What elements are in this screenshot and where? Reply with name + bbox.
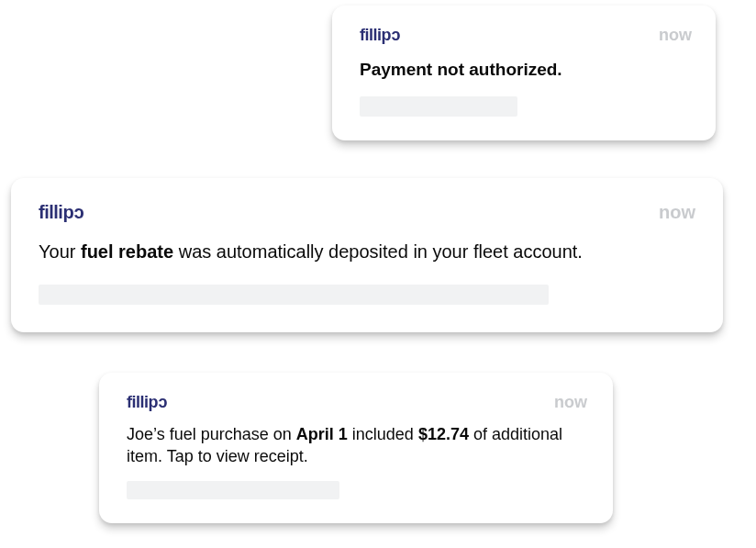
notification-card[interactable]: fillipc now Joe’s fuel purchase on April… (99, 373, 613, 523)
notification-header: fillipc now (360, 26, 692, 45)
notification-card[interactable]: fillipc now Your fuel rebate was automat… (11, 178, 723, 332)
notification-header: fillipc now (127, 393, 587, 412)
notification-timestamp: now (554, 393, 587, 412)
notification-message: Your fuel rebate was automatically depos… (39, 240, 695, 264)
brand-text: fillip (127, 393, 158, 412)
notification-message: Joe’s fuel purchase on April 1 included … (127, 423, 587, 468)
brand-logo: fillipc (360, 26, 401, 45)
brand-text: fillip (39, 202, 73, 223)
brand-text: fillip (360, 26, 391, 45)
notification-card[interactable]: fillipc now Payment not authorized. (332, 6, 716, 140)
notification-header: fillipc now (39, 202, 695, 223)
brand-tail-icon: c (159, 393, 168, 412)
notification-body-placeholder (360, 96, 517, 117)
brand-tail-icon: c (392, 26, 401, 45)
brand-logo: fillipc (127, 393, 168, 412)
notification-message: Payment not authorized. (360, 58, 692, 82)
notification-timestamp: now (659, 202, 695, 223)
brand-tail-icon: c (74, 202, 84, 223)
notification-timestamp: now (659, 26, 692, 45)
notification-body-placeholder (127, 481, 339, 499)
brand-logo: fillipc (39, 202, 84, 223)
notification-body-placeholder (39, 285, 549, 305)
